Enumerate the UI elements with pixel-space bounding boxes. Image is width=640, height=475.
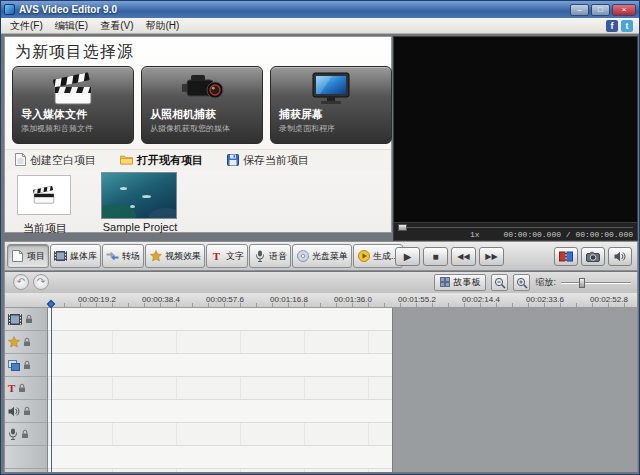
save-icon xyxy=(227,154,239,168)
microphone-icon xyxy=(8,428,18,440)
playback-info: 1x 00:00:00.000 / 00:00:00.000 xyxy=(398,230,633,239)
undo-redo-group: ↶ ↷ xyxy=(13,274,49,290)
track-header-extra[interactable] xyxy=(5,446,47,469)
app-window: AVS Video Editor 9.0 – □ × 文件(F) 编辑(E) 查… xyxy=(0,0,640,475)
tab-label: 转场 xyxy=(122,250,140,263)
storyboard-toggle[interactable]: 故事板 xyxy=(434,274,486,291)
playhead-line[interactable] xyxy=(51,308,52,472)
storyboard-label: 故事板 xyxy=(453,276,480,289)
new-project-icon xyxy=(15,153,26,168)
save-current-project-link[interactable]: 保存当前项目 xyxy=(227,153,309,168)
timeline-toolbar: ↶ ↷ 故事板 缩放: xyxy=(4,272,638,293)
tab-video-effects[interactable]: 视频效果 xyxy=(145,244,205,268)
clapperboard-icon xyxy=(13,67,133,107)
volume-button[interactable] xyxy=(608,247,632,266)
overlay-icon xyxy=(8,360,20,371)
timeline-empty-zone xyxy=(392,308,637,472)
stop-button[interactable]: ■ xyxy=(423,247,448,266)
ruler-label: 00:01:16.8 xyxy=(265,295,313,304)
next-frame-button[interactable]: ▶▶ xyxy=(479,247,504,266)
open-existing-project-link[interactable]: 打开现有项目 xyxy=(120,153,203,168)
facebook-icon[interactable]: f xyxy=(606,20,618,32)
thumbnail-art xyxy=(142,195,151,198)
menu-edit[interactable]: 编辑(E) xyxy=(49,19,94,33)
tab-voice[interactable]: 语音 xyxy=(249,244,291,268)
disc-icon xyxy=(296,250,309,263)
import-media-card[interactable]: 导入媒体文件 添加视频和音频文件 xyxy=(12,66,134,144)
project-links: 创建空白项目 打开现有项目 xyxy=(5,149,391,171)
timeline-view-controls: 故事板 缩放: xyxy=(434,274,631,291)
title-bar: AVS Video Editor 9.0 – □ × xyxy=(1,1,639,18)
star-icon xyxy=(8,336,20,348)
thumbnail-art xyxy=(130,205,135,208)
ruler-label: 00:02:52.8 xyxy=(585,295,633,304)
ruler-label: 00:02:33.6 xyxy=(521,295,569,304)
zoom-slider-handle[interactable] xyxy=(579,278,585,288)
timeline-ruler[interactable]: 00:00:19.2 00:00:38.4 00:00:57.6 00:01:1… xyxy=(4,293,638,308)
close-button[interactable]: × xyxy=(612,4,636,16)
current-project-label: 当前项目 xyxy=(5,221,85,236)
card-subtitle: 添加视频和音频文件 xyxy=(13,122,133,134)
text-icon: T xyxy=(8,382,15,394)
card-subtitle: 从摄像机获取您的媒体 xyxy=(142,122,262,134)
produce-icon xyxy=(357,250,370,263)
track-header-text[interactable]: T xyxy=(5,377,47,400)
tab-bar: 项目 媒体库 转场 视 xyxy=(4,241,638,271)
redo-button[interactable]: ↷ xyxy=(33,274,49,290)
tab-project[interactable]: 项目 xyxy=(7,244,49,268)
timeline-tracks: T xyxy=(4,308,638,472)
card-subtitle: 录制桌面和程序 xyxy=(271,122,391,134)
filmstrip-icon xyxy=(8,314,22,325)
zoom-slider[interactable] xyxy=(561,277,631,289)
welcome-heading: 为新项目选择源 xyxy=(15,42,134,63)
menu-view[interactable]: 查看(V) xyxy=(94,19,139,33)
app-icon xyxy=(4,4,15,15)
camcorder-icon xyxy=(142,67,262,107)
zoom-in-button[interactable] xyxy=(513,274,530,291)
timecode: 00:00:00.000 / 00:00:00.000 xyxy=(503,230,633,239)
ruler-label: 00:02:14.4 xyxy=(457,295,505,304)
source-cards: 导入媒体文件 添加视频和音频文件 从照相机捕获 xyxy=(12,66,392,144)
card-title: 捕获屏幕 xyxy=(271,107,391,122)
track-header-video[interactable] xyxy=(5,308,47,331)
zoom-out-button[interactable] xyxy=(491,274,508,291)
track-header-effects[interactable] xyxy=(5,331,47,354)
minimize-button[interactable]: – xyxy=(570,4,589,16)
twitter-icon[interactable]: t xyxy=(621,20,633,32)
tab-transitions[interactable]: 转场 xyxy=(102,244,144,268)
snapshot-button[interactable] xyxy=(581,247,605,266)
zoom-in-icon xyxy=(516,277,528,289)
create-blank-project-link[interactable]: 创建空白项目 xyxy=(15,153,96,168)
menu-help[interactable]: 帮助(H) xyxy=(139,19,185,33)
current-project-thumbnail[interactable] xyxy=(17,175,71,215)
undo-button[interactable]: ↶ xyxy=(13,274,29,290)
play-button[interactable]: ▶ xyxy=(395,247,420,266)
menu-file[interactable]: 文件(F) xyxy=(4,19,49,33)
card-title: 导入媒体文件 xyxy=(13,107,133,122)
tab-disc-menu[interactable]: 光盘菜单 xyxy=(292,244,352,268)
split-icon xyxy=(559,251,573,262)
star-icon xyxy=(149,250,162,263)
storyboard-grid-icon xyxy=(440,277,450,289)
ruler-label: 00:01:55.2 xyxy=(393,295,441,304)
previous-frame-button[interactable]: ◀◀ xyxy=(451,247,476,266)
tab-label: 语音 xyxy=(269,250,287,263)
track-header-audio[interactable] xyxy=(5,400,47,423)
maximize-button[interactable]: □ xyxy=(591,4,610,16)
microphone-icon xyxy=(253,250,266,263)
track-header-overlay[interactable] xyxy=(5,354,47,377)
ruler-label: 00:01:36.0 xyxy=(329,295,377,304)
zoom-out-icon xyxy=(494,277,506,289)
tab-media-library[interactable]: 媒体库 xyxy=(50,244,101,268)
tab-text[interactable]: T 文字 xyxy=(206,244,248,268)
split-button[interactable] xyxy=(554,247,578,266)
capture-from-camera-card[interactable]: 从照相机捕获 从摄像机获取您的媒体 xyxy=(141,66,263,144)
window-title: AVS Video Editor 9.0 xyxy=(19,4,566,15)
track-header-voice[interactable] xyxy=(5,423,47,446)
lock-icon xyxy=(23,360,31,370)
playback-speed: 1x xyxy=(470,230,480,239)
sample-project-thumbnail[interactable] xyxy=(101,172,177,219)
transition-arrows-icon xyxy=(106,250,119,263)
capture-screen-card[interactable]: 捕获屏幕 录制桌面和程序 xyxy=(270,66,392,144)
lock-icon xyxy=(23,337,31,347)
